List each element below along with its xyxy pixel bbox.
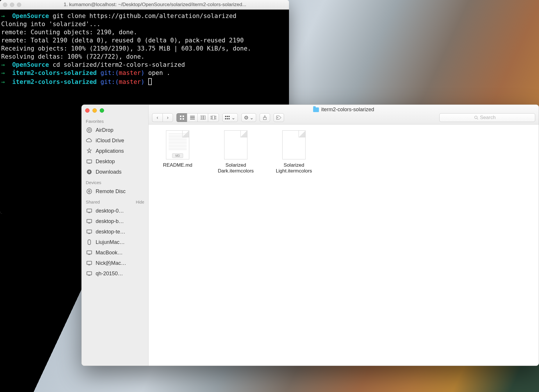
sidebar-fav-icon — [86, 168, 93, 175]
sidebar-shared-icon — [86, 218, 93, 225]
terminal-cursor — [148, 78, 152, 85]
share-icon — [263, 115, 267, 120]
sidebar-fav-icon: A — [86, 148, 93, 154]
svg-rect-11 — [88, 223, 90, 224]
terminal-close-button[interactable] — [3, 3, 7, 7]
svg-point-41 — [246, 117, 247, 118]
share-button[interactable] — [260, 113, 270, 122]
view-gallery-button[interactable] — [208, 113, 219, 122]
terminal-zoom-button[interactable] — [17, 3, 21, 7]
svg-rect-25 — [190, 116, 195, 116]
sidebar-item-label: Desktop — [96, 159, 144, 165]
back-button[interactable]: ‹ — [152, 113, 163, 122]
svg-rect-19 — [87, 272, 92, 275]
sidebar-fav-1[interactable]: iCloud Drive — [82, 135, 148, 146]
sidebar-fav-4[interactable]: Downloads — [82, 167, 148, 177]
svg-rect-29 — [202, 116, 204, 120]
svg-rect-22 — [183, 116, 184, 117]
svg-text:A: A — [88, 150, 90, 153]
sidebar-shared-icon — [86, 249, 93, 256]
view-list-button[interactable] — [187, 113, 197, 122]
svg-rect-33 — [215, 116, 216, 119]
view-icon-button[interactable] — [176, 113, 187, 122]
sidebar-shared-2[interactable]: desktop-te… — [82, 226, 148, 237]
sidebar-fav-icon — [86, 137, 93, 144]
action-button[interactable]: ⌄ — [241, 113, 256, 122]
sidebar-shared-4[interactable]: MacBook… — [82, 247, 148, 258]
search-icon — [474, 116, 478, 120]
sidebar-item-label: Downloads — [96, 169, 144, 175]
finder-content-area[interactable]: MDREADME.mdSolarized Dark.itermcolorsSol… — [149, 125, 539, 366]
svg-point-6 — [87, 189, 92, 194]
sidebar-section-devices: Devices — [82, 177, 148, 186]
sidebar-item-label: Nick的Mac… — [96, 260, 144, 267]
folder-icon — [313, 107, 319, 112]
svg-rect-9 — [88, 213, 90, 213]
svg-rect-4 — [88, 163, 90, 164]
svg-rect-21 — [180, 116, 181, 117]
svg-rect-12 — [87, 230, 92, 233]
sidebar-item-label: Applications — [96, 148, 144, 154]
tag-icon — [276, 116, 281, 120]
svg-rect-13 — [88, 233, 90, 234]
terminal-minimize-button[interactable] — [10, 3, 14, 7]
sidebar-shared-icon — [86, 228, 93, 235]
file-item-1[interactable]: Solarized Dark.itermcolors — [213, 130, 259, 174]
svg-rect-37 — [225, 118, 226, 119]
svg-point-44 — [475, 116, 477, 119]
svg-rect-28 — [200, 116, 202, 120]
sidebar-hide-shared[interactable]: Hide — [136, 200, 144, 204]
sidebar-dev-0[interactable]: Remote Disc — [82, 186, 148, 197]
finder-zoom-button[interactable] — [100, 108, 104, 113]
search-field[interactable] — [439, 113, 535, 122]
sidebar-item-label: desktop-0… — [96, 208, 144, 214]
svg-line-45 — [477, 118, 478, 119]
file-name: README.md — [163, 162, 192, 168]
file-icon: MD — [166, 130, 189, 159]
file-icon — [224, 130, 247, 159]
sidebar-fav-icon — [86, 158, 93, 165]
view-column-button[interactable] — [197, 113, 208, 122]
finder-toolbar: iterm2-colors-solarized ‹ › — [149, 105, 539, 125]
finder-close-button[interactable] — [85, 108, 90, 113]
svg-rect-24 — [183, 118, 184, 120]
svg-rect-26 — [190, 117, 195, 118]
sidebar-item-label: desktop-te… — [96, 229, 144, 235]
forward-button[interactable]: › — [163, 113, 173, 122]
file-item-2[interactable]: Solarized Light.itermcolors — [271, 130, 317, 174]
finder-main: iterm2-colors-solarized ‹ › — [149, 105, 539, 366]
svg-rect-14 — [88, 240, 90, 245]
svg-rect-18 — [88, 265, 90, 265]
finder-sidebar: Favorites AirDropiCloud DriveAApplicatio… — [82, 105, 149, 366]
sidebar-shared-icon — [86, 260, 93, 267]
search-input[interactable] — [480, 115, 500, 121]
svg-rect-27 — [190, 119, 195, 119]
svg-rect-23 — [180, 118, 181, 120]
arrange-button[interactable]: ⌄ — [222, 113, 238, 122]
terminal-titlebar[interactable]: 1. kumamon@localhost: ~/Desktop/OpenSour… — [0, 0, 289, 10]
sidebar-item-label: Remote Disc — [96, 188, 144, 195]
sidebar-fav-3[interactable]: Desktop — [82, 156, 148, 167]
svg-rect-20 — [88, 275, 90, 276]
file-item-0[interactable]: MDREADME.md — [154, 130, 201, 168]
svg-rect-32 — [212, 116, 215, 120]
sidebar-shared-icon — [86, 239, 93, 246]
sidebar-shared-3[interactable]: LiujunMac… — [82, 237, 148, 247]
sidebar-shared-1[interactable]: desktop-b… — [82, 216, 148, 226]
svg-point-43 — [277, 117, 278, 118]
svg-rect-16 — [88, 254, 90, 255]
sidebar-shared-5[interactable]: Nick的Mac… — [82, 258, 148, 268]
sidebar-fav-0[interactable]: AirDrop — [82, 125, 148, 135]
sidebar-shared-6[interactable]: qh-20150… — [82, 268, 148, 279]
svg-rect-3 — [87, 160, 92, 163]
nav-back-forward: ‹ › — [152, 113, 173, 122]
sidebar-item-label: desktop-b… — [96, 218, 144, 224]
md-badge: MD — [172, 153, 183, 158]
svg-point-7 — [88, 190, 90, 192]
svg-rect-17 — [87, 261, 92, 265]
sidebar-item-label: LiujunMac… — [96, 239, 144, 245]
sidebar-fav-2[interactable]: AApplications — [82, 146, 148, 156]
finder-minimize-button[interactable] — [92, 108, 97, 113]
sidebar-shared-0[interactable]: desktop-0… — [82, 206, 148, 216]
tags-button[interactable] — [274, 113, 284, 122]
